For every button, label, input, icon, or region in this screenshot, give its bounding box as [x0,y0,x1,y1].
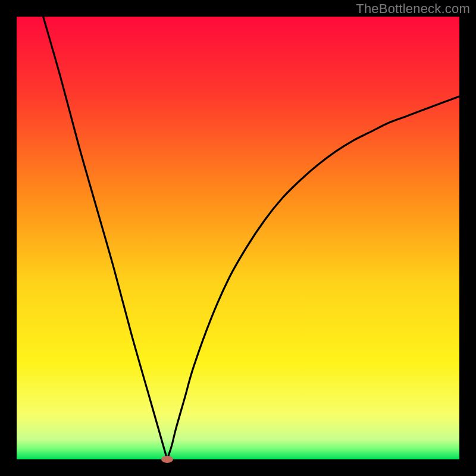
plot-background [17,17,459,459]
chart-frame: TheBottleneck.com [0,0,476,476]
optimal-point-marker [161,456,173,463]
bottleneck-chart [0,0,476,476]
watermark-text: TheBottleneck.com [356,1,470,17]
